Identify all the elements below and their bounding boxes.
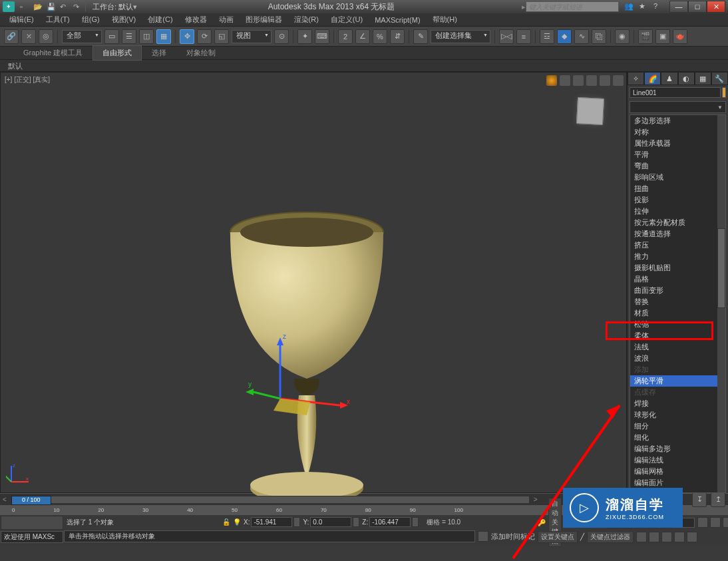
menu-customize[interactable]: 自定义(U) [325, 13, 368, 26]
rendered-frame-icon[interactable]: ▣ [655, 29, 670, 44]
workspace-label[interactable]: 工作台: 默认 [92, 2, 133, 12]
modifier-item[interactable]: 弯曲 [630, 160, 717, 172]
ref-coord-dropdown[interactable]: 视图 [232, 30, 272, 43]
named-sel-set-dropdown[interactable]: 创建选择集 [431, 30, 490, 43]
schematic-view-icon[interactable]: ⿻ [592, 29, 606, 44]
modifier-item[interactable]: 挤压 [630, 240, 717, 251]
modifier-item[interactable]: 拉伸 [630, 206, 717, 217]
modifier-item[interactable]: 添加 [630, 364, 717, 375]
help-icon[interactable]: ? [653, 2, 663, 11]
vp-config-icon-2[interactable] [573, 75, 584, 86]
modifier-item[interactable]: 对称 [630, 126, 717, 138]
vp-config-icon-5[interactable] [613, 75, 624, 86]
redo-icon[interactable]: ↷ [73, 3, 81, 11]
bind-icon[interactable]: ◎ [39, 29, 53, 44]
modifier-item[interactable]: 平滑 [630, 149, 717, 160]
maxscript-listener[interactable]: 欢迎使用 MAXSc [1, 531, 63, 543]
coord-z-input[interactable] [369, 517, 411, 527]
graphite-icon[interactable]: ◆ [557, 29, 572, 44]
coord-z-spinner[interactable] [412, 517, 419, 527]
timeline-prev-icon[interactable]: < [3, 496, 7, 503]
time-slider-thumb[interactable]: 0 / 100 [11, 496, 51, 505]
scene-object-goblet[interactable]: z x y [214, 199, 400, 512]
close-button[interactable]: ✕ [707, 1, 725, 13]
coord-x-spinner[interactable] [293, 517, 300, 527]
vp-config-icon-4[interactable] [600, 75, 610, 86]
time-slider-track[interactable]: 0 / 100 [11, 496, 530, 504]
modifier-item[interactable]: 投影 [630, 194, 717, 206]
timeline-config-icon[interactable]: ↧ [692, 492, 707, 507]
isolate-icon[interactable]: 💡 [233, 518, 241, 526]
menu-views[interactable]: 视图(V) [106, 13, 142, 26]
modifier-item[interactable]: 晶格 [630, 274, 717, 285]
menu-create[interactable]: 创建(C) [142, 13, 178, 26]
modifier-item[interactable]: 影响区域 [630, 172, 717, 183]
curve-editor-icon[interactable]: ∿ [574, 29, 589, 44]
modifier-item[interactable]: 涡轮平滑 [630, 375, 717, 387]
modifier-item[interactable]: 球形化 [630, 409, 717, 421]
select-scale-icon[interactable]: ◱ [214, 29, 229, 44]
modifier-item[interactable]: 点缓存 [630, 387, 717, 398]
modifier-item[interactable]: 按通道选择 [630, 228, 717, 240]
vp-nav-icon-2[interactable] [710, 517, 721, 528]
menu-rendering[interactable]: 渲染(R) [289, 13, 324, 26]
vp-nav-icon-8[interactable] [687, 532, 697, 542]
select-move-icon[interactable]: ✥ [180, 29, 194, 44]
modifier-item[interactable]: 摄影机贴图 [630, 262, 717, 274]
modifier-item[interactable]: 编辑面片 [630, 477, 717, 488]
snap-angle-icon[interactable]: ∠ [355, 29, 370, 44]
spinner-snap-icon[interactable]: ⇵ [390, 29, 405, 44]
vp-nav-icon-1[interactable] [697, 517, 708, 528]
script-mini-listener[interactable] [1, 516, 63, 530]
keyboard-shortcut-icon[interactable]: ⌨ [315, 29, 329, 44]
window-crossing-icon[interactable]: ▦ [156, 29, 171, 44]
snap-percent-icon[interactable]: % [373, 29, 387, 44]
modifier-item[interactable]: 多边形选择 [630, 115, 717, 126]
align-icon[interactable]: ≡ [516, 29, 531, 44]
menu-group[interactable]: 组(G) [77, 13, 105, 26]
select-object-icon[interactable]: ▭ [104, 29, 119, 44]
sign-in-icon[interactable]: 👥 [624, 2, 634, 11]
cmd-tab-create[interactable]: ✧ [628, 72, 644, 85]
tab-selection[interactable]: 选择 [142, 45, 176, 61]
modifier-item[interactable]: 按元素分配材质 [630, 217, 717, 228]
object-color-swatch[interactable] [722, 87, 726, 98]
select-region-icon[interactable]: ◫ [139, 29, 154, 44]
select-by-name-icon[interactable]: ☰ [122, 29, 136, 44]
modifier-item[interactable]: 扭曲 [630, 183, 717, 194]
vp-nav-icon-7[interactable] [674, 532, 685, 542]
use-center-icon[interactable]: ⊙ [274, 29, 289, 44]
scrollbar-thumb[interactable] [717, 228, 725, 308]
cmd-tab-hierarchy[interactable]: ♟ [661, 72, 677, 85]
workspace-dropdown-icon[interactable]: ▾ [133, 3, 141, 11]
cmd-tab-motion[interactable]: ◐ [678, 72, 695, 85]
open-icon[interactable]: 📂 [33, 3, 41, 11]
tab-objectpaint[interactable]: 对象绘制 [176, 45, 226, 61]
select-rotate-icon[interactable]: ⟳ [197, 29, 212, 44]
coord-y-input[interactable] [310, 517, 351, 527]
save-icon[interactable]: 💾 [47, 3, 55, 11]
modifier-item[interactable]: 曲面变形 [630, 285, 717, 296]
render-production-icon[interactable]: 🫖 [673, 29, 687, 44]
layer-manager-icon[interactable]: ☲ [540, 29, 554, 44]
select-manipulate-icon[interactable]: ✦ [297, 29, 312, 44]
lighting-icon[interactable] [546, 75, 557, 86]
viewport-label[interactable]: [+] [正交] [真实] [5, 75, 50, 85]
modifier-item[interactable]: 柔体 [630, 330, 717, 341]
undo-icon[interactable]: ↶ [60, 3, 68, 11]
menu-animation[interactable]: 动画 [214, 13, 239, 26]
menu-maxscript[interactable]: MAXScript(M) [369, 15, 425, 25]
snap-2d-icon[interactable]: 2 [338, 29, 353, 44]
cmd-tab-utilities[interactable]: 🔧 [711, 72, 728, 85]
material-editor-icon[interactable]: ◉ [615, 29, 630, 44]
modifier-item[interactable]: 法线 [630, 341, 717, 353]
modifier-item[interactable]: 属性承载器 [630, 138, 717, 149]
tab-freeform[interactable]: 自由形式 [92, 45, 142, 61]
modifier-item[interactable]: 松弛 [630, 319, 717, 330]
vp-nav-icon-3[interactable] [723, 517, 728, 528]
modifier-item[interactable]: 细化 [630, 432, 717, 443]
cmd-tab-display[interactable]: ▦ [695, 72, 711, 85]
new-icon[interactable]: ▫ [20, 3, 28, 11]
mirror-icon[interactable]: ▷◁ [499, 29, 514, 44]
modifier-item[interactable]: 编辑法线 [630, 455, 717, 466]
